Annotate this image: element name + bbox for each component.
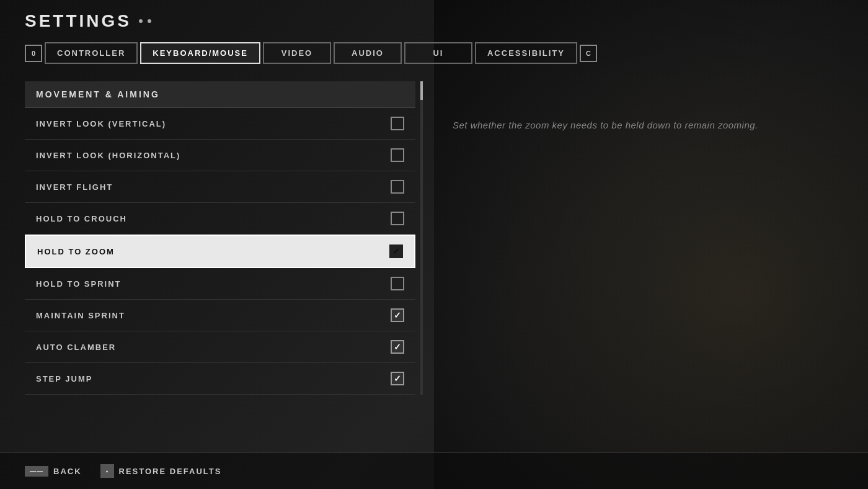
- tab-accessibility[interactable]: ACCESSIBILITY: [475, 42, 577, 64]
- setting-label-invert-flight: INVERT FLIGHT: [36, 182, 113, 192]
- checkbox-auto-clamber[interactable]: [391, 340, 404, 354]
- checkbox-hold-to-crouch[interactable]: [391, 212, 404, 225]
- restore-defaults-label: Restore Defaults: [119, 467, 222, 476]
- setting-label-auto-clamber: AUTO CLAMBER: [36, 343, 116, 352]
- checkbox-hold-to-sprint[interactable]: [391, 277, 404, 290]
- scrollbar-track[interactable]: [420, 81, 423, 395]
- setting-row-invert-flight[interactable]: INVERT FLIGHT: [25, 171, 415, 203]
- scrollbar-thumb[interactable]: [420, 81, 423, 100]
- restore-key-badge: ▪: [100, 464, 114, 478]
- section-header-text: MOVEMENT & AIMING: [36, 89, 160, 99]
- setting-row-hold-to-zoom[interactable]: HOLD TO ZOOM: [25, 235, 415, 268]
- title-dots: [139, 19, 151, 23]
- title-dot-1: [139, 19, 143, 23]
- setting-row-invert-look-vertical[interactable]: INVERT LOOK (VERTICAL): [25, 108, 415, 140]
- checkbox-hold-to-zoom[interactable]: [389, 244, 403, 258]
- tab-controller[interactable]: CONTROLLER: [45, 42, 138, 64]
- setting-row-invert-look-horizontal[interactable]: INVERT LOOK (HORIZONTAL): [25, 140, 415, 171]
- setting-label-hold-to-zoom: HOLD TO ZOOM: [37, 247, 115, 256]
- setting-row-hold-to-crouch[interactable]: HOLD TO CROUCH: [25, 203, 415, 235]
- setting-row-maintain-sprint[interactable]: MAINTAIN SPRINT: [25, 300, 415, 331]
- tab-badge-right: C: [580, 45, 597, 62]
- setting-label-step-jump: STEP JUMP: [36, 374, 92, 384]
- bottom-action-back[interactable]: —— Back: [25, 466, 82, 477]
- checkbox-step-jump[interactable]: [391, 372, 404, 385]
- tab-audio[interactable]: AUDIO: [334, 42, 402, 64]
- tab-badge-left: 0: [25, 45, 42, 62]
- tab-video[interactable]: VIDEO: [263, 42, 331, 64]
- back-key-badge: ——: [25, 466, 48, 477]
- tab-bar: 0 CONTROLLER KEYBOARD/MOUSE VIDEO AUDIO …: [25, 42, 843, 64]
- setting-label-invert-look-vertical: INVERT LOOK (VERTICAL): [36, 119, 166, 128]
- tab-keyboard-mouse[interactable]: KEYBOARD/MOUSE: [140, 42, 260, 64]
- info-panel: Set whether the zoom key needs to be hel…: [440, 81, 843, 133]
- main-container: SETTINGS 0 CONTROLLER KEYBOARD/MOUSE VID…: [0, 0, 868, 395]
- title-dot-2: [148, 19, 151, 23]
- checkbox-invert-flight[interactable]: [391, 180, 404, 194]
- checkbox-maintain-sprint[interactable]: [391, 308, 404, 322]
- title-text: SETTINGS: [25, 11, 131, 31]
- checkbox-invert-look-vertical[interactable]: [391, 117, 404, 130]
- setting-label-maintain-sprint: MAINTAIN SPRINT: [36, 311, 125, 320]
- checkbox-invert-look-horizontal[interactable]: [391, 148, 404, 162]
- info-text: Set whether the zoom key needs to be hel…: [453, 120, 758, 130]
- tab-ui[interactable]: UI: [404, 42, 472, 64]
- setting-label-hold-to-crouch: HOLD TO CROUCH: [36, 214, 127, 223]
- bottom-bar: —— Back ▪ Restore Defaults: [0, 452, 868, 489]
- settings-panel: MOVEMENT & AIMING INVERT LOOK (VERTICAL)…: [25, 81, 415, 395]
- bottom-action-restore-defaults[interactable]: ▪ Restore Defaults: [100, 464, 222, 478]
- setting-label-hold-to-sprint: HOLD TO SPRINT: [36, 279, 122, 289]
- page-title: SETTINGS: [25, 11, 843, 31]
- setting-row-step-jump[interactable]: STEP JUMP: [25, 363, 415, 395]
- setting-row-hold-to-sprint[interactable]: HOLD TO SPRINT: [25, 268, 415, 300]
- main-content: MOVEMENT & AIMING INVERT LOOK (VERTICAL)…: [25, 81, 843, 395]
- back-label: Back: [53, 467, 82, 476]
- section-header: MOVEMENT & AIMING: [25, 81, 415, 108]
- setting-label-invert-look-horizontal: INVERT LOOK (HORIZONTAL): [36, 151, 180, 160]
- setting-row-auto-clamber[interactable]: AUTO CLAMBER: [25, 331, 415, 363]
